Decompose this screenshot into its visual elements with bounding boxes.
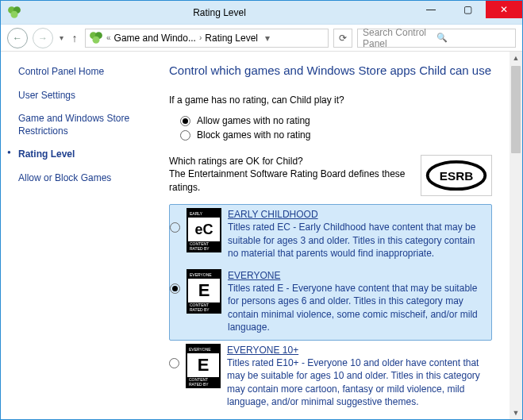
rating-badge-e: EVERYONE E CONTENT RATED BY ESRB xyxy=(187,269,221,314)
sidebar-item-user-settings[interactable]: User Settings xyxy=(18,90,155,102)
sidebar-item-restrictions[interactable]: Game and Windows Store Restrictions xyxy=(18,113,155,137)
chevron-right-icon: › xyxy=(199,33,202,42)
content-area: Control Panel Home User Settings Game an… xyxy=(1,52,522,419)
esrb-text: Which ratings are OK for Child? The Ente… xyxy=(169,155,411,194)
close-button[interactable]: ✕ xyxy=(486,1,522,18)
rating-selected-group: EARLY CHILDHOOD eC CONTENT RATED BY ESRB… xyxy=(169,204,492,341)
rating-option-ec[interactable]: EARLY CHILDHOOD eC CONTENT RATED BY ESRB… xyxy=(170,205,491,266)
rating-desc: Titles rated E10+ - Everyone 10 and olde… xyxy=(227,357,480,407)
minimize-button[interactable]: — xyxy=(413,1,449,18)
question-no-rating: If a game has no rating, can Child play … xyxy=(169,94,492,106)
ratings-authority: The Entertainment Software Rating Board … xyxy=(169,168,411,193)
maximize-button[interactable]: ▢ xyxy=(449,1,486,18)
esrb-section: Which ratings are OK for Child? The Ente… xyxy=(169,155,492,196)
rating-option-e10[interactable]: EVERYONE 10+ E CONTENT RATED BY ESRB EVE… xyxy=(169,341,492,414)
rating-desc: Titles rated E - Everyone have content t… xyxy=(228,283,478,333)
scrollbar[interactable]: ▲ ▼ xyxy=(510,52,522,419)
rating-text: EARLY CHILDHOOD Titles rated EC - Early … xyxy=(228,208,486,260)
radio-icon xyxy=(170,283,180,294)
navbar: ← → ▾ ↑ « Game and Windo... › Rating Lev… xyxy=(1,25,522,52)
rating-desc: Titles rated EC - Early Childhood have c… xyxy=(228,222,475,258)
window: Rating Level — ▢ ✕ ← → ▾ ↑ « Game and Wi… xyxy=(0,0,523,420)
breadcrumb-icon xyxy=(89,31,103,45)
rating-badge-ec: EARLY CHILDHOOD eC CONTENT RATED BY ESRB xyxy=(187,208,221,252)
breadcrumb[interactable]: « Game and Windo... › Rating Level ▾ xyxy=(85,29,329,48)
rating-title: EARLY CHILDHOOD xyxy=(228,208,486,221)
rating-option-e[interactable]: EVERYONE E CONTENT RATED BY ESRB EVERYON… xyxy=(170,266,491,340)
scroll-up-icon[interactable]: ▲ xyxy=(510,52,522,64)
svg-text:ESRB: ESRB xyxy=(440,169,473,183)
rating-text: EVERYONE 10+ Titles rated E10+ - Everyon… xyxy=(227,344,487,408)
scroll-down-icon[interactable]: ▼ xyxy=(510,407,522,419)
history-dropdown[interactable]: ▾ xyxy=(58,33,64,42)
sidebar-item-allow-block[interactable]: Allow or Block Games xyxy=(18,172,155,185)
breadcrumb-item-1[interactable]: Game and Windo... xyxy=(114,33,196,44)
breadcrumb-laquo: « xyxy=(106,33,111,42)
svg-point-2 xyxy=(11,10,18,17)
forward-button[interactable]: → xyxy=(33,28,53,48)
rating-title: EVERYONE xyxy=(228,269,486,282)
esrb-logo: ESRB xyxy=(421,155,492,196)
search-input[interactable]: Search Control Panel 🔍 xyxy=(357,29,516,48)
breadcrumb-dropdown[interactable]: ▾ xyxy=(261,33,274,44)
radio-allow-no-rating[interactable]: Allow games with no rating xyxy=(169,115,492,126)
radio-label: Block games with no rating xyxy=(197,129,310,141)
question-ratings-ok: Which ratings are OK for Child? xyxy=(169,155,411,168)
app-icon xyxy=(7,6,21,20)
sidebar-item-cp-home[interactable]: Control Panel Home xyxy=(18,66,155,79)
page-heading: Control which games and Windows Store ap… xyxy=(169,63,492,79)
radio-block-no-rating[interactable]: Block games with no rating xyxy=(169,129,492,141)
sidebar: Control Panel Home User Settings Game an… xyxy=(1,52,166,419)
search-placeholder: Search Control Panel xyxy=(363,27,436,49)
back-button[interactable]: ← xyxy=(7,28,28,48)
radio-icon xyxy=(169,358,179,368)
sidebar-item-rating-level[interactable]: Rating Level xyxy=(18,148,155,161)
radio-icon xyxy=(180,130,190,141)
radio-label: Allow games with no rating xyxy=(197,115,310,126)
breadcrumb-item-2[interactable]: Rating Level xyxy=(205,33,258,44)
rating-text: EVERYONE Titles rated E - Everyone have … xyxy=(228,269,486,333)
titlebar: Rating Level — ▢ ✕ xyxy=(1,1,522,25)
radio-icon xyxy=(180,116,190,126)
up-button[interactable]: ↑ xyxy=(69,33,80,44)
window-title: Rating Level xyxy=(26,7,413,18)
svg-point-5 xyxy=(93,36,100,43)
scroll-thumb[interactable] xyxy=(511,66,521,153)
refresh-button[interactable]: ⟳ xyxy=(333,29,352,48)
rating-title: EVERYONE 10+ xyxy=(227,344,487,356)
main-panel: Control which games and Windows Store ap… xyxy=(166,52,510,419)
window-controls: — ▢ ✕ xyxy=(413,1,522,24)
search-icon: 🔍 xyxy=(436,33,510,43)
rating-badge-e10: EVERYONE 10+ E CONTENT RATED BY ESRB xyxy=(186,344,221,388)
radio-icon xyxy=(170,222,180,233)
